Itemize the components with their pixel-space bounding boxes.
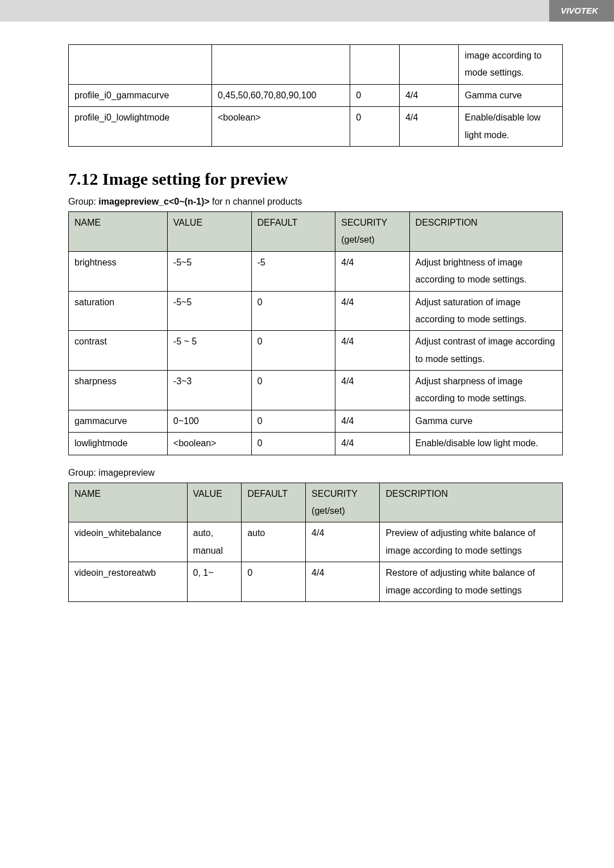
table-row: brightness -5~5 -5 4/4 Adjust brightness…	[69, 251, 563, 291]
table-profile-continuation: image according to mode settings. profil…	[68, 44, 563, 147]
cell-name: profile_i0_lowlightmode	[69, 107, 212, 147]
cell-desc: Adjust sharpness of image according to m…	[409, 371, 562, 410]
cell-security	[400, 45, 459, 85]
header-bar: VIVOTEK	[0, 0, 614, 22]
cell-default	[350, 45, 400, 85]
col-value: VALUE	[167, 211, 251, 251]
brand-label: VIVOTEK	[549, 0, 614, 22]
col-security: SECURITY (get/set)	[306, 483, 380, 522]
cell-value: auto, manual	[187, 522, 242, 562]
cell-default: -5	[251, 251, 335, 291]
cell-value: <boolean>	[212, 107, 350, 147]
col-default: DEFAULT	[251, 211, 335, 251]
cell-desc: Adjust brightness of image according to …	[409, 251, 562, 291]
cell-desc: Gamma curve	[459, 84, 563, 106]
cell-desc: Enable/disable low light mode.	[459, 107, 563, 147]
section-heading: 7.12 Image setting for preview	[68, 169, 563, 189]
cell-name: videoin_whitebalance	[69, 522, 188, 562]
cell-name: gammacurve	[69, 410, 168, 432]
group-line-2: Group: imagepreview_c<0~(n-1)> for n cha…	[68, 197, 563, 207]
cell-value	[212, 45, 350, 85]
cell-value: <boolean>	[167, 433, 251, 455]
table-row: saturation -5~5 0 4/4 Adjust saturation …	[69, 291, 563, 331]
group-bold: imagepreview_c<0~(n-1)>	[98, 197, 209, 206]
cell-security: 4/4	[335, 251, 409, 291]
cell-desc: Adjust saturation of image according to …	[409, 291, 562, 331]
table-imagepreview: NAME VALUE DEFAULT SECURITY (get/set) DE…	[68, 483, 563, 602]
cell-value: 0~100	[167, 410, 251, 432]
cell-security: 4/4	[306, 522, 380, 562]
col-name: NAME	[69, 211, 168, 251]
table-row: lowlightmode <boolean> 0 4/4 Enable/disa…	[69, 433, 563, 455]
col-description: DESCRIPTION	[409, 211, 562, 251]
cell-desc: image according to mode settings.	[459, 45, 563, 85]
cell-default: 0	[251, 433, 335, 455]
table-row: videoin_restoreatwb 0, 1~ 0 4/4 Restore …	[69, 562, 563, 602]
table-row: image according to mode settings.	[69, 45, 563, 85]
cell-security: 4/4	[335, 291, 409, 331]
cell-name: videoin_restoreatwb	[69, 562, 188, 602]
cell-security: 4/4	[335, 371, 409, 410]
table-imagepreview-channel: NAME VALUE DEFAULT SECURITY (get/set) DE…	[68, 211, 563, 455]
col-name: NAME	[69, 483, 188, 522]
col-security: SECURITY (get/set)	[335, 211, 409, 251]
cell-name: contrast	[69, 331, 168, 371]
page-content: image according to mode settings. profil…	[0, 22, 614, 602]
table-header-row: NAME VALUE DEFAULT SECURITY (get/set) DE…	[69, 483, 563, 522]
cell-desc: Restore of adjusting white balance of im…	[380, 562, 563, 602]
cell-default: 0	[350, 84, 400, 106]
cell-default: 0	[251, 291, 335, 331]
cell-security: 4/4	[335, 433, 409, 455]
cell-desc: Preview of adjusting white balance of im…	[380, 522, 563, 562]
cell-name: profile_i0_gammacurve	[69, 84, 212, 106]
cell-default: 0	[251, 331, 335, 371]
cell-name: saturation	[69, 291, 168, 331]
cell-value: -5 ~ 5	[167, 331, 251, 371]
table-header-row: NAME VALUE DEFAULT SECURITY (get/set) DE…	[69, 211, 563, 251]
cell-default: 0	[251, 410, 335, 432]
table-row: contrast -5 ~ 5 0 4/4 Adjust contrast of…	[69, 331, 563, 371]
cell-value: 0,45,50,60,70,80,90,100	[212, 84, 350, 106]
table-row: profile_i0_lowlightmode <boolean> 0 4/4 …	[69, 107, 563, 147]
cell-value: -3~3	[167, 371, 251, 410]
cell-security: 4/4	[306, 562, 380, 602]
cell-name: lowlightmode	[69, 433, 168, 455]
col-default: DEFAULT	[242, 483, 306, 522]
col-value: VALUE	[187, 483, 242, 522]
cell-value: -5~5	[167, 251, 251, 291]
cell-value: 0, 1~	[187, 562, 242, 602]
group-suffix: for n channel products	[210, 197, 302, 206]
cell-security: 4/4	[400, 107, 459, 147]
cell-security: 4/4	[335, 410, 409, 432]
cell-security: 4/4	[335, 331, 409, 371]
table-row: videoin_whitebalance auto, manual auto 4…	[69, 522, 563, 562]
cell-name: sharpness	[69, 371, 168, 410]
cell-desc: Gamma curve	[409, 410, 562, 432]
group-line-3: Group: imagepreview	[68, 468, 563, 478]
table-row: gammacurve 0~100 0 4/4 Gamma curve	[69, 410, 563, 432]
cell-value: -5~5	[167, 291, 251, 331]
table-row: profile_i0_gammacurve 0,45,50,60,70,80,9…	[69, 84, 563, 106]
table-row: sharpness -3~3 0 4/4 Adjust sharpness of…	[69, 371, 563, 410]
cell-default: auto	[242, 522, 306, 562]
col-description: DESCRIPTION	[380, 483, 563, 522]
cell-name: brightness	[69, 251, 168, 291]
cell-desc: Enable/disable low light mode.	[409, 433, 562, 455]
cell-name	[69, 45, 212, 85]
cell-desc: Adjust contrast of image according to mo…	[409, 331, 562, 371]
cell-default: 0	[242, 562, 306, 602]
cell-default: 0	[350, 107, 400, 147]
group-prefix: Group:	[68, 197, 98, 206]
cell-default: 0	[251, 371, 335, 410]
cell-security: 4/4	[400, 84, 459, 106]
